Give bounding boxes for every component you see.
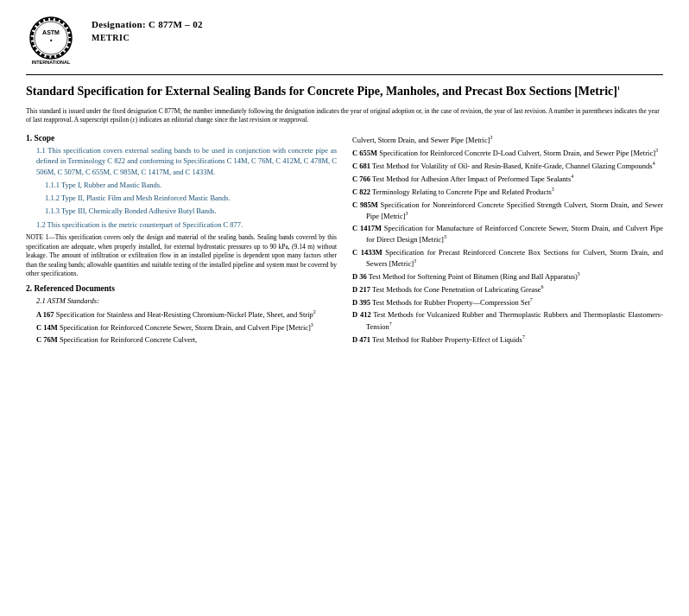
right-ref-d395: D 395 Test Methods for Rubber Property—C… <box>352 296 663 308</box>
scope-sub3: 1.1.3 Type III, Chemically Bonded Adhesi… <box>26 206 337 216</box>
right-ref-d36: D 36 Test Method for Softening Point of … <box>352 270 663 282</box>
right-ref-culvert-cont: Culvert, Storm Drain, and Sewer Pipe [Me… <box>352 134 663 145</box>
designation-text: Designation: C 877M – 02 <box>92 19 203 29</box>
svg-text:●: ● <box>49 37 52 42</box>
scope-section: 1. Scope 1.1 This specification covers e… <box>26 134 337 279</box>
header: ASTM ● INTERNATIONAL Designation: C 877M… <box>26 16 663 66</box>
astm-logo: ASTM ● INTERNATIONAL <box>26 16 76 66</box>
title-section: Standard Specification for External Seal… <box>26 84 663 125</box>
scope-sub2: 1.1.2 Type II, Plastic Film and Mesh Rei… <box>26 193 337 203</box>
right-ref-c1417m: C 1417M Specification for Manufacture of… <box>352 223 663 244</box>
referenced-section: 2. Referenced Documents 2.1 ASTM Standar… <box>26 284 337 346</box>
header-text: Designation: C 877M – 02 METRIC <box>92 16 203 42</box>
right-ref-d412: D 412 Test Methods for Vulcanized Rubber… <box>352 309 663 331</box>
referenced-title: 2. Referenced Documents <box>26 284 337 293</box>
scope-title: 1. Scope <box>26 134 337 143</box>
right-ref-c985m: C 985M Specification for Nonreinforced C… <box>352 200 663 221</box>
scope-note: NOTE 1—This specification covers only th… <box>26 233 337 279</box>
referenced-subtitle: 2.1 ASTM Standards: <box>26 295 337 306</box>
two-column-layout: 1. Scope 1.1 This specification covers e… <box>26 134 663 347</box>
page: ASTM ● INTERNATIONAL Designation: C 877M… <box>0 0 689 616</box>
ref-items-left: A 167 Specification for Stainless and He… <box>26 308 337 346</box>
right-ref-d217: D 217 Test Methods for Cone Penetration … <box>352 283 663 295</box>
left-column: 1. Scope 1.1 This specification covers e… <box>26 134 337 347</box>
right-ref-d471: D 471 Test Method for Rubber Property-Ef… <box>352 333 663 345</box>
svg-text:INTERNATIONAL: INTERNATIONAL <box>32 60 71 65</box>
right-ref-c681: C 681 Test Method for Volatility of Oil-… <box>352 160 663 171</box>
right-ref-c655m: C 655M Specification for Reinforced Conc… <box>352 147 663 158</box>
main-title: Standard Specification for External Seal… <box>26 84 663 100</box>
scope-body2: 1.2 This specification is the metric cou… <box>26 219 337 230</box>
right-ref-c766: C 766 Test Method for Adhesion After Imp… <box>352 173 663 184</box>
ref-item-c14m: C 14M Specification for Reinforced Concr… <box>36 321 337 333</box>
note-box: This standard is issued under the fixed … <box>26 107 663 125</box>
ref-item-c76m: C 76M Specification for Reinforced Concr… <box>36 334 337 345</box>
metric-label: METRIC <box>92 33 203 42</box>
right-ref-c822: C 822 Terminology Relating to Concrete P… <box>352 186 663 197</box>
scope-sub1: 1.1.1 Type I, Rubber and Mastic Bands. <box>26 180 337 190</box>
svg-text:ASTM: ASTM <box>42 29 60 35</box>
scope-body1: 1.1 This specification covers external s… <box>26 145 337 177</box>
right-ref-items: Culvert, Storm Drain, and Sewer Pipe [Me… <box>352 134 663 345</box>
right-ref-c1433m: C 1433M Specification for Precast Reinfo… <box>352 247 663 269</box>
header-divider <box>26 74 663 75</box>
title-superscript: 1 <box>617 86 620 91</box>
right-column: Culvert, Storm Drain, and Sewer Pipe [Me… <box>352 134 663 347</box>
ref-item-a167: A 167 Specification for Stainless and He… <box>36 308 337 320</box>
